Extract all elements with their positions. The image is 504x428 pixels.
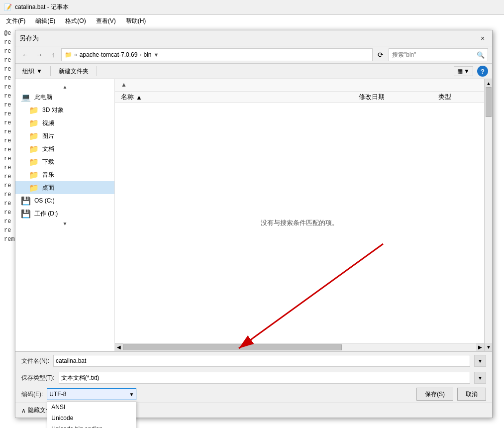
menu-edit[interactable]: 编辑(E) — [31, 16, 59, 26]
sidebar-item-downloads[interactable]: 📁 下载 — [15, 155, 114, 168]
sidebar-label-this-pc: 此电脑 — [34, 93, 52, 102]
save-as-dialog: 另存为 × ← → ↑ 📁 « apache-tomcat-7.0.69 › b… — [15, 30, 493, 418]
filetype-dropdown-button[interactable]: ▼ — [474, 372, 486, 384]
sidebar-item-desktop[interactable]: 📁 桌面 — [15, 181, 114, 194]
sidebar-label-os-c: OS (C:) — [34, 197, 55, 204]
sidebar-label-3d-objects: 3D 对象 — [42, 106, 64, 114]
file-list-header: ▲ — [115, 79, 484, 92]
this-pc-icon: 💻 — [21, 93, 30, 102]
notepad-titlebar: 📝 catalina.bat - 记事本 — [0, 0, 504, 15]
vscroll-up-button[interactable]: ▲ — [485, 79, 492, 87]
downloads-icon: 📁 — [29, 157, 38, 166]
menu-format[interactable]: 格式(O) — [61, 16, 90, 26]
vscroll-thumb[interactable] — [486, 87, 492, 117]
column-date[interactable]: 修改日期 — [359, 93, 438, 102]
sidebar-item-video[interactable]: 📁 视频 — [15, 116, 114, 129]
sidebar-scroll-down[interactable]: ▼ — [15, 220, 114, 227]
sidebar-label-pictures: 图片 — [42, 132, 54, 140]
nav-forward-button[interactable]: → — [33, 49, 45, 61]
sidebar-item-work-d[interactable]: 💾 工作 (D:) — [15, 207, 114, 220]
sidebar-label-desktop: 桌面 — [42, 184, 54, 192]
help-button[interactable]: ? — [477, 66, 488, 77]
encoding-option-unicode[interactable]: Unicode — [47, 413, 136, 424]
menu-file[interactable]: 文件(F) — [2, 16, 29, 26]
nav-path-bar: 📁 « apache-tomcat-7.0.69 › bin ▼ — [61, 48, 373, 61]
pictures-icon: 📁 — [29, 131, 38, 140]
view-button[interactable]: ▦ ▼ — [454, 66, 473, 76]
dialog-titlebar: 另存为 × — [15, 30, 492, 46]
encoding-menu: ANSI Unicode Unicode big endian UTF-8 — [47, 401, 136, 428]
file-list-empty-state: 没有与搜索条件匹配的项。 — [115, 103, 484, 343]
path-dropdown-button[interactable]: ▼ — [153, 52, 159, 58]
vscroll-down-button[interactable]: ▼ — [485, 343, 492, 351]
horizontal-scrollbar[interactable]: ◀ ▶ — [115, 343, 484, 351]
filename-label: 文件名(N): — [21, 357, 49, 365]
filetype-input[interactable] — [59, 372, 470, 384]
column-name[interactable]: 名称 ▲ — [121, 93, 359, 102]
hscroll-left-button[interactable]: ◀ — [115, 343, 123, 351]
cancel-button[interactable]: 取消 — [457, 388, 486, 401]
menu-view[interactable]: 查看(V) — [92, 16, 120, 26]
notepad-menubar: 文件(F) 编辑(E) 格式(O) 查看(V) 帮助(H) — [0, 15, 504, 27]
file-area-wrapper: ▲ 名称 ▲ 修改日期 类型 没有与搜索条件匹配的项。 — [115, 79, 484, 351]
toolbar-separator-1 — [50, 66, 51, 76]
organize-dropdown-icon: ▼ — [36, 68, 42, 75]
nav-path-parent[interactable]: apache-tomcat-7.0.69 — [80, 51, 138, 58]
music-icon: 📁 — [29, 170, 38, 179]
nav-back-button[interactable]: ← — [19, 49, 31, 61]
header-scroll-indicator: ▲ — [121, 81, 127, 88]
menu-help[interactable]: 帮助(H) — [122, 16, 150, 26]
nav-refresh-button[interactable]: ⟳ — [375, 49, 387, 61]
new-folder-button[interactable]: 新建文件夹 — [56, 66, 92, 77]
video-icon: 📁 — [29, 118, 38, 127]
sidebar-scroll-up[interactable]: ▲ — [15, 83, 114, 91]
notepad-title: catalina.bat - 记事本 — [15, 3, 69, 11]
search-input[interactable] — [392, 51, 475, 58]
nav-up-button[interactable]: ↑ — [47, 49, 59, 61]
action-buttons: 保存(S) 取消 — [416, 388, 486, 401]
sidebar-label-documents: 文档 — [42, 145, 54, 153]
hscroll-right-button[interactable]: ▶ — [476, 343, 484, 351]
dialog-bottom-section: 文件名(N): ▼ 保存类型(T): ▼ 编码(E): UTF-8 ▼ ANSI… — [15, 351, 492, 418]
search-icon: 🔍 — [477, 51, 485, 59]
encoding-row: 编码(E): UTF-8 ▼ ANSI Unicode Unicode big … — [15, 386, 492, 403]
file-list-area: ▲ 名称 ▲ 修改日期 类型 没有与搜索条件匹配的项。 — [115, 79, 484, 343]
vscroll-track[interactable] — [485, 87, 492, 343]
sidebar-item-music[interactable]: 📁 音乐 — [15, 168, 114, 181]
filename-input[interactable] — [53, 355, 470, 367]
filename-dropdown-button[interactable]: ▼ — [474, 355, 486, 367]
sidebar-item-3d-objects[interactable]: 📁 3D 对象 — [15, 104, 114, 116]
dialog-title: 另存为 — [19, 34, 39, 43]
sidebar-item-os-c[interactable]: 💾 OS (C:) — [15, 194, 114, 207]
vertical-scrollbar[interactable]: ▲ ▼ — [484, 79, 492, 351]
navigation-bar: ← → ↑ 📁 « apache-tomcat-7.0.69 › bin ▼ ⟳… — [15, 46, 492, 64]
filetype-label: 保存类型(T): — [21, 374, 55, 382]
dialog-close-button[interactable]: × — [477, 33, 488, 44]
sidebar-label-music: 音乐 — [42, 171, 54, 179]
new-folder-label: 新建文件夹 — [59, 67, 89, 76]
hscroll-track[interactable] — [123, 343, 476, 351]
sidebar-item-this-pc[interactable]: 💻 此电脑 — [15, 91, 114, 104]
encoding-label: 编码(E): — [21, 390, 43, 399]
desktop-icon: 📁 — [29, 183, 38, 192]
sidebar-item-documents[interactable]: 📁 文档 — [15, 142, 114, 155]
encoding-select-display[interactable]: UTF-8 ▼ — [47, 388, 136, 400]
encoding-option-ansi[interactable]: ANSI — [47, 402, 136, 413]
toolbar-separator-2 — [97, 66, 97, 76]
filetype-row: 保存类型(T): ▼ — [15, 370, 492, 386]
sidebar-item-pictures[interactable]: 📁 图片 — [15, 129, 114, 142]
dialog-main-area: ▲ 💻 此电脑 📁 3D 对象 📁 视频 📁 图片 📁 文档 — [15, 79, 492, 351]
encoding-option-unicode-be[interactable]: Unicode big endian — [47, 424, 136, 428]
save-button[interactable]: 保存(S) — [416, 388, 453, 401]
sidebar-label-downloads: 下载 — [42, 158, 54, 166]
nav-path-current[interactable]: bin — [143, 51, 151, 58]
notepad-app-icon: 📝 — [4, 3, 12, 11]
hscroll-thumb[interactable] — [123, 344, 342, 350]
hide-folder-icon: ∧ — [21, 407, 26, 414]
sidebar-label-video: 视频 — [42, 119, 54, 127]
sort-icon: ▲ — [136, 94, 142, 101]
organize-button[interactable]: 组织 ▼ — [19, 66, 45, 77]
work-d-icon: 💾 — [21, 209, 30, 218]
column-type: 类型 — [438, 93, 478, 102]
3d-objects-icon: 📁 — [29, 106, 38, 114]
